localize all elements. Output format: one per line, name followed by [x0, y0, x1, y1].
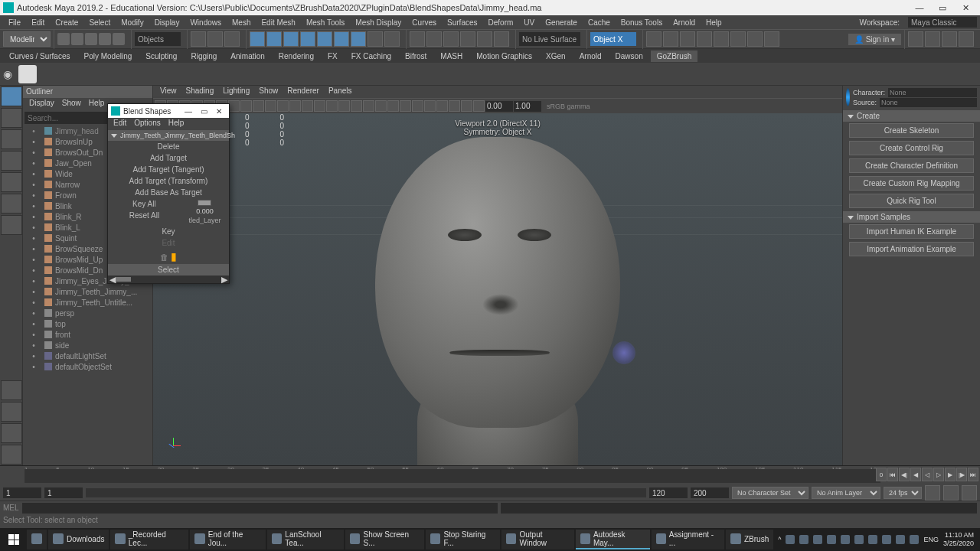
- menu-select[interactable]: Select: [83, 17, 116, 28]
- source-select[interactable]: [880, 98, 977, 107]
- snap-6-icon[interactable]: [494, 31, 509, 47]
- symmetry-field[interactable]: [590, 32, 636, 46]
- shelf-tab[interactable]: FX Caching: [345, 51, 397, 62]
- snap-curve-icon[interactable]: [207, 31, 223, 47]
- outliner-menu-display[interactable]: Display: [26, 98, 57, 110]
- last-tool-icon[interactable]: [1, 215, 22, 235]
- vp-gamma-field[interactable]: [514, 101, 541, 112]
- character-select[interactable]: [888, 88, 977, 97]
- bs-menu-help[interactable]: Help: [165, 118, 188, 130]
- shelf-tab[interactable]: Animation: [224, 51, 270, 62]
- vp-tool-icon[interactable]: [314, 100, 325, 112]
- current-frame-field[interactable]: 0: [876, 468, 887, 481]
- shelf-tab[interactable]: Dawson: [609, 51, 649, 62]
- bs-add-target-tangent[interactable]: Add Target (Tangent): [108, 164, 229, 175]
- trash-icon[interactable]: 🗑: [160, 253, 168, 262]
- tray-chevron-icon[interactable]: ^: [778, 536, 781, 543]
- outliner-item[interactable]: •persp: [26, 308, 152, 318]
- vp-tool-icon[interactable]: [461, 100, 472, 112]
- import-anim-button[interactable]: Import Animation Example: [849, 242, 974, 256]
- import-humanik-button[interactable]: Import Human IK Example: [849, 224, 974, 239]
- bs-key-all[interactable]: Key All: [108, 198, 181, 210]
- vp-tool-icon[interactable]: [240, 100, 252, 112]
- step-back-icon[interactable]: ◀: [910, 468, 921, 481]
- goto-end-icon[interactable]: ⏭: [968, 468, 978, 481]
- menu-cache[interactable]: Cache: [583, 17, 616, 28]
- viewport-canvas[interactable]: 00 00 00 00 Viewport 2.0 (DirectX 11) Sy…: [153, 113, 842, 465]
- sel-lock-icon[interactable]: [368, 31, 383, 47]
- goto-start-icon[interactable]: ⏮: [887, 468, 898, 481]
- vp-tool-icon[interactable]: [436, 100, 448, 112]
- menu-meshdisplay[interactable]: Mesh Display: [350, 17, 407, 28]
- sel-mode-5[interactable]: [317, 31, 332, 47]
- vp-tool-icon[interactable]: [277, 100, 289, 112]
- save-scene-icon[interactable]: [85, 33, 97, 45]
- render-1-icon[interactable]: [646, 31, 662, 47]
- menu-display[interactable]: Display: [149, 17, 185, 28]
- menu-modify[interactable]: Modify: [116, 17, 149, 28]
- render-4-icon[interactable]: [697, 31, 712, 47]
- outliner-menu-show[interactable]: Show: [59, 98, 84, 110]
- shelf-tab[interactable]: Arnold: [573, 51, 608, 62]
- sel-mode-1[interactable]: [250, 31, 265, 47]
- menu-curves[interactable]: Curves: [407, 17, 442, 28]
- menu-generate[interactable]: Generate: [540, 17, 583, 28]
- vp-menu-panels[interactable]: Panels: [325, 86, 356, 98]
- menu-mesh[interactable]: Mesh: [227, 17, 256, 28]
- menu-uv[interactable]: UV: [518, 17, 540, 28]
- vp-tool-icon[interactable]: [265, 100, 276, 112]
- shelf-tab[interactable]: Rendering: [273, 51, 320, 62]
- sel-mode-2[interactable]: [266, 31, 282, 47]
- shelf-tab[interactable]: Bifrost: [399, 51, 433, 62]
- menu-meshtools[interactable]: Mesh Tools: [301, 17, 350, 28]
- menu-windows[interactable]: Windows: [185, 17, 227, 28]
- menu-arnold[interactable]: Arnold: [668, 17, 701, 28]
- import-section-header[interactable]: Import Samples: [843, 211, 980, 223]
- tray-lang[interactable]: ENG: [923, 536, 939, 543]
- outliner-item[interactable]: •top: [26, 318, 152, 329]
- menu-help[interactable]: Help: [701, 17, 727, 28]
- vp-tool-icon[interactable]: [387, 100, 399, 112]
- vp-menu-lighting[interactable]: Lighting: [219, 86, 253, 98]
- menu-file[interactable]: File: [3, 17, 26, 28]
- redo-icon[interactable]: [113, 33, 125, 45]
- render-3-icon[interactable]: [680, 31, 695, 47]
- range-track[interactable]: [86, 488, 646, 497]
- vp-tool-icon[interactable]: [473, 100, 485, 112]
- vp-menu-show[interactable]: Show: [255, 86, 282, 98]
- rotate-tool-icon[interactable]: [1, 172, 22, 192]
- blendshapes-window[interactable]: Blend Shapes — ▭ ✕ Edit Options Help Jim…: [107, 103, 230, 284]
- vp-tool-icon[interactable]: [363, 100, 374, 112]
- vp-tool-icon[interactable]: [338, 100, 350, 112]
- move-tool-icon[interactable]: [1, 151, 22, 171]
- bs-menu-options[interactable]: Options: [130, 118, 164, 130]
- quick-rig-button[interactable]: Quick Rig Tool: [849, 194, 974, 208]
- create-section-header[interactable]: Create: [843, 110, 980, 122]
- animlayer-select[interactable]: No Anim Layer: [812, 487, 880, 499]
- create-skeleton-button[interactable]: Create Skeleton: [849, 123, 974, 138]
- vp-tool-icon[interactable]: [253, 100, 264, 112]
- time-slider[interactable]: 1510152025303540455055606570758085909510…: [0, 465, 980, 485]
- workspace-select[interactable]: [908, 17, 977, 28]
- system-tray[interactable]: ^ ENG 11:10 AM 3/25/2020: [775, 531, 977, 548]
- close-button[interactable]: ✕: [954, 1, 977, 15]
- shelf-tab[interactable]: MASH: [434, 51, 469, 62]
- select-tool-icon[interactable]: [1, 86, 22, 106]
- layout-four-icon[interactable]: [1, 402, 22, 422]
- paint-tool-icon[interactable]: [1, 129, 22, 149]
- snap-5-icon[interactable]: [477, 31, 492, 47]
- shelf-tab[interactable]: Sculpting: [139, 51, 183, 62]
- vp-tool-icon[interactable]: [351, 100, 362, 112]
- tray-clock[interactable]: 11:10 AM 3/25/2020: [943, 531, 974, 548]
- step-forward-key-icon[interactable]: |▶: [956, 468, 967, 481]
- shelf-tab-active[interactable]: GoZBrush: [651, 51, 698, 62]
- bs-reset-all[interactable]: Reset All: [108, 210, 181, 221]
- bs-maximize-button[interactable]: ▭: [197, 107, 211, 116]
- step-forward-icon[interactable]: ▶: [945, 468, 956, 481]
- tray-icon[interactable]: [827, 535, 836, 544]
- vp-tool-icon[interactable]: [449, 100, 460, 112]
- taskbar-item[interactable]: End of the Jou...: [190, 530, 266, 549]
- tray-icon[interactable]: [813, 535, 822, 544]
- snap-grid-icon[interactable]: [191, 31, 206, 47]
- layout-2-icon[interactable]: [925, 31, 940, 47]
